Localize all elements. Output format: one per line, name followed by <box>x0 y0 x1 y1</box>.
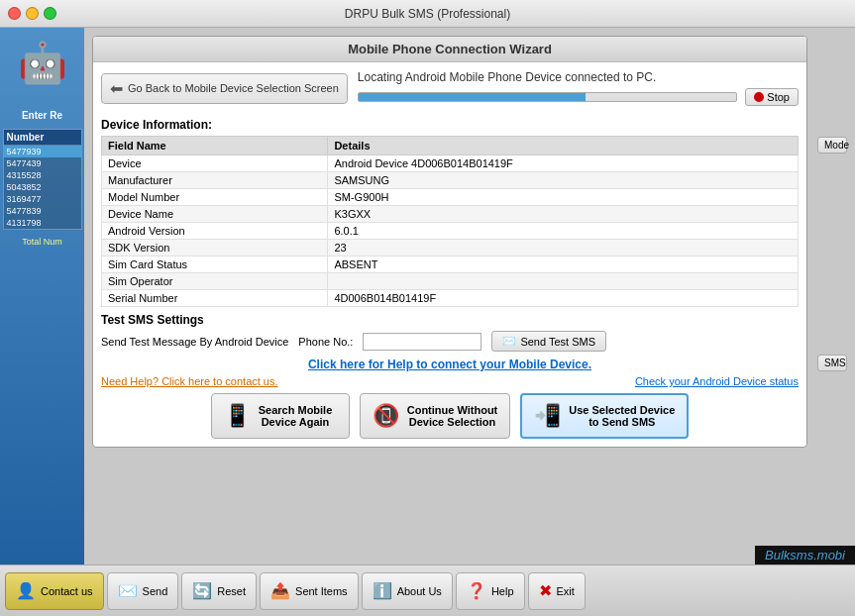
use-selected-button[interactable]: 📲 Use Selected Deviceto Send SMS <box>520 393 689 439</box>
field-name-cell: Android Version <box>102 223 328 240</box>
send-button[interactable]: ✉️ Send <box>107 572 179 610</box>
contact-us-button[interactable]: 👤 Contact us <box>5 572 104 610</box>
list-item[interactable]: 4315528 <box>4 169 81 181</box>
table-row: ManufacturerSAMSUNG <box>102 172 799 189</box>
progress-bar <box>358 92 738 102</box>
back-button[interactable]: ⬅ Go Back to Mobile Device Selection Scr… <box>101 73 348 104</box>
action-buttons: 📱 Search MobileDevice Again 📵 Continue W… <box>101 393 799 439</box>
table-col-field: Field Name <box>102 137 328 155</box>
field-value-cell: K3GXX <box>328 206 799 223</box>
test-sms-text: Send Test Message By Android Device <box>101 336 288 348</box>
phone-label: Phone No.: <box>298 336 353 348</box>
help-label: Help <box>491 585 514 597</box>
back-arrow-icon: ⬅ <box>110 79 123 98</box>
list-item[interactable]: 4131798 <box>4 217 81 229</box>
field-value-cell: 6.0.1 <box>328 223 799 240</box>
android-logo-icon: 🤖 <box>15 36 69 90</box>
list-item[interactable]: 5043852 <box>4 181 81 193</box>
send-test-label: Send Test SMS <box>520 336 595 348</box>
exit-icon: ✖ <box>539 581 552 600</box>
sent-items-icon: 📤 <box>270 581 290 600</box>
table-row: Android Version6.0.1 <box>102 223 799 240</box>
help-button[interactable]: ❓ Help <box>456 572 525 610</box>
field-value-cell <box>328 273 799 290</box>
wizard-dialog: Mobile Phone Connection Wizard ⬅ Go Back… <box>92 36 807 448</box>
table-row: Model NumberSM-G900H <box>102 189 799 206</box>
reset-button[interactable]: 🔄 Reset <box>181 572 257 610</box>
field-name-cell: Sim Operator <box>102 273 328 290</box>
back-button-label: Go Back to Mobile Device Selection Scree… <box>128 82 339 94</box>
field-value-cell: Android Device 4D006B014B01419F <box>328 155 799 172</box>
continue-without-label: Continue WithoutDevice Selection <box>407 404 498 428</box>
table-row: Serial Number4D006B014B01419F <box>102 290 799 307</box>
help-link: Click here for Help to connect your Mobi… <box>101 358 799 371</box>
list-item[interactable]: 5477939 <box>4 146 81 157</box>
check-status-link[interactable]: Check your Android Device status <box>635 375 799 387</box>
search-device-label: Search MobileDevice Again <box>259 404 333 428</box>
send-test-button[interactable]: ✉️ Send Test SMS <box>491 331 606 352</box>
enter-re-label: Enter Re <box>22 110 62 121</box>
close-button[interactable] <box>8 7 21 20</box>
contact-label: Contact us <box>41 585 93 597</box>
email-icon: ✉️ <box>502 335 516 348</box>
field-name-cell: Sim Card Status <box>102 257 328 273</box>
device-info-table: Field Name Details DeviceAndroid Device … <box>101 136 799 307</box>
field-name-cell: Manufacturer <box>102 172 328 189</box>
send-label: Send <box>143 585 168 597</box>
table-row: Sim Card StatusABSENT <box>102 257 799 273</box>
search-device-icon: 📱 <box>224 403 251 429</box>
dialog-content: ⬅ Go Back to Mobile Device Selection Scr… <box>93 62 806 447</box>
mode-label: Mode <box>817 137 847 154</box>
dialog-title: Mobile Phone Connection Wizard <box>93 37 806 62</box>
number-list: Number 5477939 5477439 4315528 5043852 3… <box>3 129 82 230</box>
field-name-cell: SDK Version <box>102 240 328 257</box>
contact-icon: 👤 <box>16 581 36 600</box>
progress-bar-container: Stop <box>358 88 799 106</box>
list-item[interactable]: 3169477 <box>4 193 81 205</box>
window-title: DRPU Bulk SMS (Professional) <box>345 7 510 21</box>
test-sms-row: Send Test Message By Android Device Phon… <box>101 331 799 352</box>
bottom-section: Need Help? Click here to contact us. Che… <box>101 375 799 387</box>
taskbar: 👤 Contact us ✉️ Send 🔄 Reset 📤 Sent Item… <box>0 565 855 616</box>
use-selected-label: Use Selected Deviceto Send SMS <box>569 404 675 428</box>
about-us-button[interactable]: ℹ️ About Us <box>362 572 453 610</box>
continue-without-button[interactable]: 📵 Continue WithoutDevice Selection <box>360 393 511 439</box>
bulksms-text: Bulksms.mobi <box>765 548 845 563</box>
table-row: SDK Version23 <box>102 240 799 257</box>
window-controls[interactable] <box>8 7 56 20</box>
field-value-cell: 23 <box>328 240 799 257</box>
number-list-header: Number <box>4 130 81 146</box>
sms-label: SMS <box>817 355 847 371</box>
stop-button[interactable]: Stop <box>745 88 799 106</box>
device-info-label: Device Information: <box>101 118 799 132</box>
about-icon: ℹ️ <box>373 581 392 600</box>
stop-icon <box>754 92 764 102</box>
need-help-link[interactable]: Need Help? Click here to contact us. <box>101 375 278 387</box>
exit-button[interactable]: ✖ Exit <box>528 572 586 610</box>
search-device-button[interactable]: 📱 Search MobileDevice Again <box>211 393 350 439</box>
reset-label: Reset <box>217 585 246 597</box>
help-link-anchor[interactable]: Click here for Help to connect your Mobi… <box>308 358 591 371</box>
total-num-label: Total Num <box>22 237 62 247</box>
title-bar: DRPU Bulk SMS (Professional) <box>0 0 855 28</box>
app-sidebar: 🤖 Enter Re Number 5477939 5477439 431552… <box>0 28 84 565</box>
sent-items-button[interactable]: 📤 Sent Items <box>260 572 359 610</box>
bulksms-bar: Bulksms.mobi <box>755 546 855 565</box>
list-item[interactable]: 5477439 <box>4 157 81 169</box>
about-label: About Us <box>397 585 442 597</box>
field-value-cell: ABSENT <box>328 257 799 273</box>
top-bar: ⬅ Go Back to Mobile Device Selection Scr… <box>101 70 799 106</box>
minimize-button[interactable] <box>26 7 39 20</box>
sent-items-label: Sent Items <box>295 585 348 597</box>
table-col-details: Details <box>328 137 799 155</box>
field-name-cell: Model Number <box>102 189 328 206</box>
table-row: DeviceAndroid Device 4D006B014B01419F <box>102 155 799 172</box>
use-selected-icon: 📲 <box>534 403 561 429</box>
list-item[interactable]: 5477839 <box>4 205 81 217</box>
maximize-button[interactable] <box>44 7 56 20</box>
field-name-cell: Device <box>102 155 328 172</box>
locating-section: Locating Android Mobile Phone Device con… <box>358 70 799 106</box>
send-icon: ✉️ <box>118 581 138 600</box>
phone-input[interactable] <box>363 333 481 351</box>
continue-without-icon: 📵 <box>373 403 399 429</box>
